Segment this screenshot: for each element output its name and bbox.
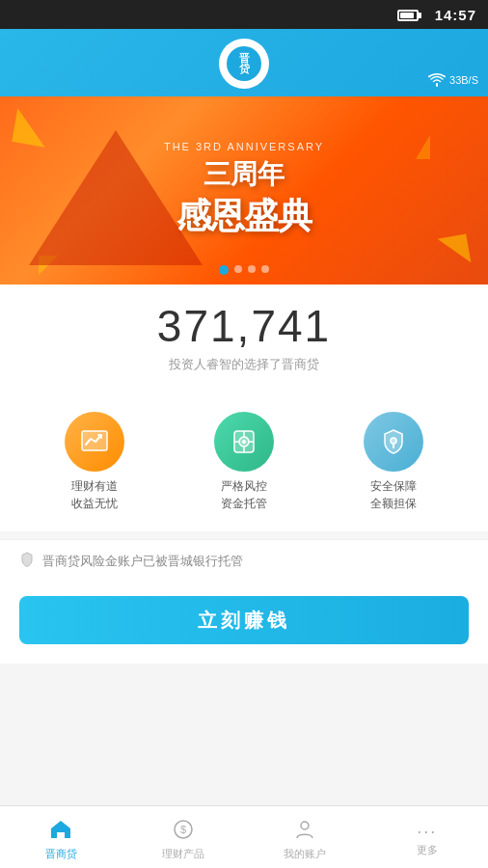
more-icon: ··· (417, 823, 437, 840)
stats-subtitle: 投资人睿智的选择了晋商贷 (15, 356, 473, 373)
notice-bar: 晋商贷风险金账户已被晋城银行托管 (0, 539, 488, 583)
svg-text:$: $ (180, 824, 186, 835)
feature-item-security[interactable]: 安全保障全额担保 (319, 412, 469, 512)
feature-label-security: 安全保障全额担保 (370, 477, 417, 512)
svg-point-3 (242, 440, 246, 444)
nav-label-products: 理财产品 (162, 847, 204, 861)
svg-point-12 (301, 822, 309, 829)
nav-label-more: 更多 (417, 843, 438, 857)
feature-icon-risk (214, 412, 274, 472)
feature-item-finance[interactable]: 理财有道收益无忧 (19, 412, 169, 512)
notice-text: 晋商贷风险金账户已被晋城银行托管 (42, 553, 243, 570)
network-status: 33B/S (428, 73, 478, 87)
cta-section: 立刻赚钱 (0, 583, 488, 664)
logo-text: 晋贷 (239, 53, 250, 74)
bottom-nav: 晋商贷 $ 理财产品 我的账户 ··· 更多 (0, 805, 488, 868)
feature-label-finance: 理财有道收益无忧 (71, 477, 118, 512)
nav-label-home: 晋商贷 (45, 847, 77, 861)
banner-dot-4[interactable] (261, 265, 269, 273)
nav-item-account[interactable]: 我的账户 (244, 806, 366, 868)
nav-item-home[interactable]: 晋商贷 (0, 806, 122, 868)
header-bar: 晋贷 33B/S (0, 29, 488, 96)
stats-section: 371,741 投资人睿智的选择了晋商贷 (0, 285, 488, 402)
battery-icon (397, 10, 419, 21)
banner-title-line2: 感恩盛典 (164, 193, 324, 240)
nav-item-more[interactable]: ··· 更多 (366, 806, 489, 868)
feature-icon-finance (65, 412, 124, 472)
home-icon (49, 819, 72, 844)
account-icon (294, 819, 315, 844)
status-bar: 14:57 (0, 0, 488, 29)
banner-dots (219, 265, 269, 275)
wifi-icon (428, 73, 446, 87)
app-logo[interactable]: 晋贷 (219, 39, 269, 89)
banner-content: THE 3RD ANNIVERSARY 三周年 感恩盛典 (164, 141, 324, 240)
nav-item-products[interactable]: $ 理财产品 (122, 806, 245, 868)
network-speed: 33B/S (449, 74, 478, 86)
features-row: 理财有道收益无忧 严格风控资金托管 (0, 402, 488, 531)
banner-dot-3[interactable] (248, 265, 256, 273)
promo-banner: THE 3RD ANNIVERSARY 三周年 感恩盛典 (0, 96, 488, 285)
notice-shield-icon (19, 552, 35, 571)
section-divider (0, 531, 488, 539)
cta-button[interactable]: 立刻赚钱 (19, 596, 469, 644)
time-display: 14:57 (435, 7, 476, 23)
banner-dot-2[interactable] (234, 265, 242, 273)
stats-number: 371,741 (15, 304, 473, 348)
feature-icon-security (364, 412, 423, 472)
banner-title-line1: 三周年 (164, 156, 324, 193)
feature-label-risk: 严格风控资金托管 (221, 477, 267, 512)
products-icon: $ (173, 819, 194, 844)
nav-label-account: 我的账户 (284, 847, 326, 861)
feature-item-risk[interactable]: 严格风控资金托管 (169, 412, 318, 512)
banner-subtitle: THE 3RD ANNIVERSARY (164, 141, 324, 152)
banner-dot-1[interactable] (219, 265, 229, 275)
